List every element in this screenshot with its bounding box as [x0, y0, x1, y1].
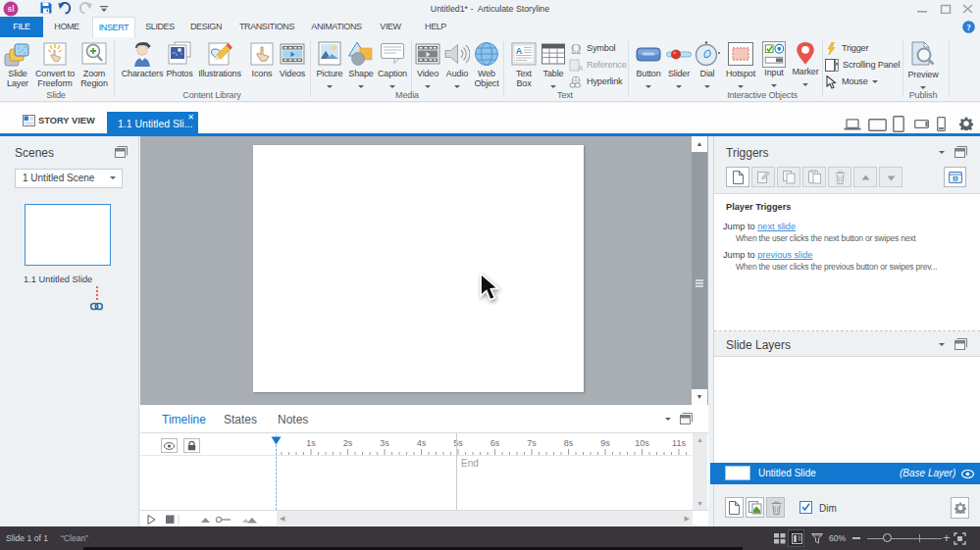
- svg-text:9s: 9s: [600, 438, 610, 448]
- svg-text:10s: 10s: [635, 438, 649, 448]
- svg-text:A: A: [516, 46, 523, 56]
- svg-text:A: A: [578, 64, 583, 72]
- svg-text:3s: 3s: [380, 438, 389, 448]
- svg-text:11s: 11s: [672, 438, 686, 448]
- svg-text:?: ?: [966, 23, 971, 32]
- svg-text:1s: 1s: [306, 438, 316, 448]
- svg-text:2s: 2s: [343, 438, 353, 448]
- svg-text:Ω: Ω: [571, 42, 581, 56]
- svg-text:5s: 5s: [453, 438, 463, 448]
- svg-text:6s: 6s: [490, 438, 500, 448]
- svg-text:sl: sl: [7, 4, 14, 14]
- svg-text:8s: 8s: [564, 438, 574, 448]
- svg-text:4s: 4s: [417, 438, 427, 448]
- svg-text:7s: 7s: [527, 438, 537, 448]
